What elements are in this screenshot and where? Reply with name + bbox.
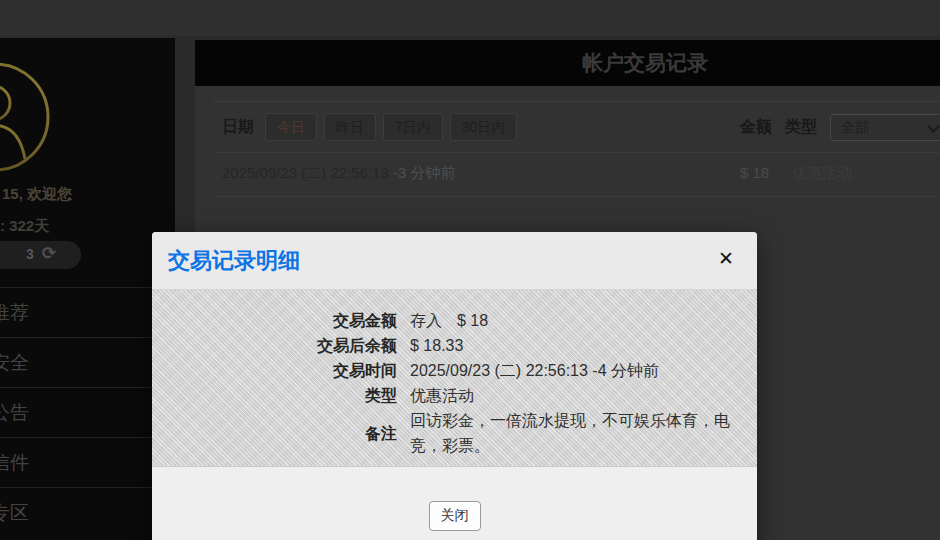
- close-button[interactable]: 关闭: [429, 501, 481, 531]
- modal-body: 交易金额 存入$ 18 交易后余额 $ 18.33 交易时间 2025/09/2…: [152, 290, 757, 466]
- detail-row-amount: 交易金额 存入$ 18: [152, 308, 742, 333]
- modal-header: 交易记录明细 ✕: [152, 232, 757, 290]
- detail-value: $ 18.33: [410, 333, 463, 358]
- detail-label: 交易金额: [152, 308, 397, 333]
- top-bar: [0, 0, 940, 36]
- date-filter-label: 日期: [222, 117, 254, 138]
- balance-pill[interactable]: 3 ⟳: [0, 241, 81, 269]
- column-filter-group: 金额 类型 全部: [740, 113, 940, 141]
- detail-row-remark: 备注 回访彩金，一倍流水提现，不可娱乐体育，电竞，彩票。: [152, 408, 742, 458]
- date-filter-row: 日期 今日 昨日 7日内 30日内: [222, 113, 517, 141]
- range-button-today[interactable]: 今日: [265, 113, 317, 141]
- range-button-yesterday[interactable]: 昨日: [324, 113, 376, 141]
- sidebar-item-security[interactable]: 安全: [0, 337, 175, 387]
- type-select[interactable]: 全部: [830, 114, 940, 141]
- transaction-type: 优惠活动: [792, 164, 852, 183]
- detail-value: 回访彩金，一倍流水提现，不可娱乐体育，电竞，彩票。: [410, 408, 740, 458]
- transaction-amount: $ 18: [740, 164, 769, 181]
- detail-label: 交易后余额: [152, 333, 397, 358]
- amount-column-label: 金额: [740, 117, 772, 138]
- sidebar-item-mail[interactable]: 信件: [0, 437, 175, 487]
- avatar-icon: [0, 61, 51, 173]
- chevron-down-icon: [927, 120, 940, 133]
- range-button-30days[interactable]: 30日内: [450, 113, 518, 141]
- transaction-row[interactable]: 2025/09/23 (二) 22:56:13 -3 分钟前 $ 18 优惠活动: [213, 152, 940, 197]
- sidebar-menu: 推荐 安全 公告 信件 专区: [0, 287, 175, 537]
- detail-row-balance: 交易后余额 $ 18.33: [152, 333, 742, 358]
- modal-title: 交易记录明细: [168, 246, 300, 276]
- divider: [213, 101, 940, 102]
- welcome-text: 15, 欢迎您: [2, 185, 72, 204]
- page-title: 帐户交易记录: [195, 40, 940, 86]
- transaction-detail-modal: 交易记录明细 ✕ 交易金额 存入$ 18 交易后余额 $ 18.33 交易时间 …: [152, 232, 757, 540]
- panel-header: 帐户交易记录: [195, 40, 940, 86]
- detail-value: 存入$ 18: [410, 308, 488, 333]
- transaction-time-ago: -3 分钟前: [393, 164, 456, 181]
- detail-value: 2025/09/23 (二) 22:56:13 -4 分钟前: [410, 358, 659, 383]
- refresh-icon[interactable]: ⟳: [42, 243, 56, 264]
- modal-footer: 关闭: [152, 466, 757, 540]
- balance-fragment: 3: [26, 246, 34, 262]
- type-select-value: 全部: [841, 119, 869, 137]
- detail-row-time: 交易时间 2025/09/23 (二) 22:56:13 -4 分钟前: [152, 358, 742, 383]
- sidebar-item-announcement[interactable]: 公告: [0, 387, 175, 437]
- detail-label: 类型: [152, 383, 397, 408]
- sidebar-item-recommend[interactable]: 推荐: [0, 287, 175, 337]
- sidebar-item-zone[interactable]: 专区: [0, 487, 175, 537]
- detail-label: 备注: [152, 421, 397, 446]
- range-button-7days[interactable]: 7日内: [383, 113, 443, 141]
- type-column-label: 类型: [785, 117, 817, 138]
- membership-days-text: : 322天: [0, 217, 49, 236]
- detail-label: 交易时间: [152, 358, 397, 383]
- transaction-time: 2025/09/23 (二) 22:56:13 -3 分钟前: [222, 164, 455, 183]
- detail-value: 优惠活动: [410, 383, 474, 408]
- deposit-prefix: 存入: [410, 312, 442, 329]
- detail-row-type: 类型 优惠活动: [152, 383, 742, 408]
- close-icon[interactable]: ✕: [718, 249, 734, 268]
- sidebar: 15, 欢迎您 : 322天 3 ⟳ 推荐 安全 公告 信件 专区: [0, 38, 175, 540]
